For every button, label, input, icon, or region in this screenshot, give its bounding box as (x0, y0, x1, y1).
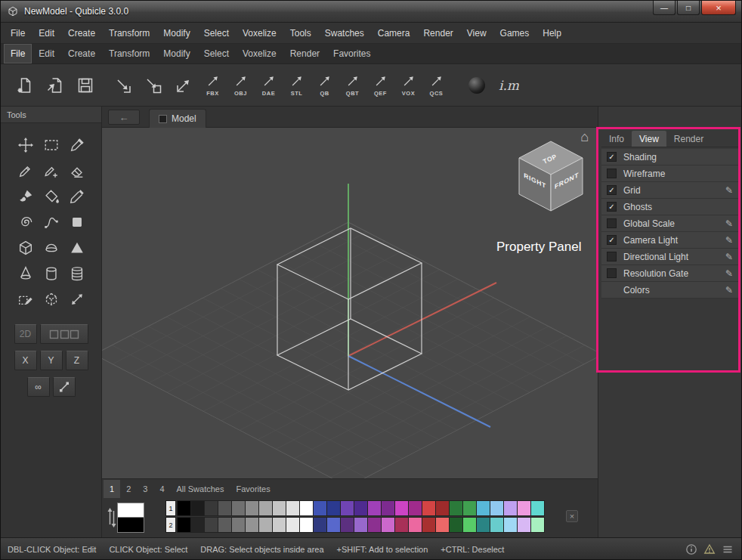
swatch-color[interactable] (231, 500, 246, 516)
curve-tool[interactable] (39, 209, 64, 235)
swatch-color[interactable] (449, 500, 463, 516)
swatch-color[interactable] (177, 517, 191, 533)
swatch-color[interactable] (435, 517, 450, 533)
swatch-color[interactable] (258, 500, 273, 516)
export-stl-button[interactable]: STL (283, 68, 311, 103)
nav-cube[interactable]: TOP RIGHT FRONT (519, 141, 583, 211)
import-button[interactable] (108, 68, 138, 103)
swatch-color[interactable] (204, 500, 218, 516)
swatch-color[interactable] (218, 517, 232, 533)
checkbox-shading[interactable]: ✓ (607, 152, 617, 162)
swatch-color[interactable] (190, 500, 205, 516)
menu-voxelize[interactable]: Voxelize (236, 23, 283, 43)
tab-render[interactable]: Render (666, 131, 711, 147)
swatch-color[interactable] (517, 500, 531, 516)
save-file-button[interactable] (70, 68, 100, 103)
swatch-color[interactable] (381, 500, 395, 516)
swatch-color[interactable] (530, 500, 545, 516)
swatch-color[interactable] (422, 500, 436, 516)
view-boxes-button[interactable] (40, 324, 88, 344)
swatch-color[interactable] (449, 517, 463, 533)
swatch-color[interactable] (530, 517, 545, 533)
primary-color-swatch[interactable] (117, 503, 144, 518)
swatch-color[interactable] (218, 500, 232, 516)
ribbon-tab-voxelize[interactable]: Voxelize (236, 44, 283, 63)
eyedropper-tool[interactable] (64, 132, 90, 158)
warning-icon[interactable] (703, 543, 716, 555)
swatch-color[interactable] (462, 517, 477, 533)
twist-tool[interactable] (13, 209, 39, 235)
ribbon-tab-modify[interactable]: Modify (156, 44, 196, 63)
edit-pencil-icon[interactable]: ✎ (725, 235, 733, 246)
menu-camera[interactable]: Camera (371, 23, 417, 43)
menu-modify[interactable]: Modify (156, 23, 196, 43)
menu-swatches[interactable]: Swatches (318, 23, 371, 43)
checkbox-camera-light[interactable]: ✓ (607, 235, 617, 245)
swatch-tab-4[interactable]: 4 (153, 480, 170, 498)
line-mode-button[interactable] (53, 377, 76, 397)
swatch-color[interactable] (340, 500, 354, 516)
select-rect-tool[interactable] (39, 132, 64, 158)
tab-model[interactable]: Model (149, 109, 206, 128)
menu-file[interactable]: File (4, 23, 32, 43)
titlebar[interactable]: NewModel - Qubicle 3.0.0 — □ × (1, 1, 741, 23)
swatch-color[interactable] (258, 517, 273, 533)
viewport-3d[interactable]: TOP RIGHT FRONT ⌂ Property Panel (102, 128, 598, 478)
eraser-tool[interactable] (64, 158, 90, 184)
axis-x-button[interactable]: X (14, 351, 37, 370)
swatch-color[interactable] (462, 500, 477, 516)
pyramid-tool[interactable] (64, 235, 90, 261)
swatch-color[interactable] (490, 517, 504, 533)
swatch-color[interactable] (503, 500, 518, 516)
sphere-tool[interactable] (39, 235, 64, 261)
edit-pencil-icon[interactable]: ✎ (725, 252, 733, 262)
export-button[interactable] (168, 68, 199, 103)
menu-edit[interactable]: Edit (32, 23, 61, 43)
swatch-color[interactable] (381, 517, 395, 533)
edit-pencil-icon[interactable]: ✎ (725, 285, 733, 295)
swatch-tab-3[interactable]: 3 (137, 480, 153, 498)
ribbon-tab-file[interactable]: File (4, 44, 32, 63)
edit-pencil-icon[interactable]: ✎ (725, 268, 733, 279)
edit-pencil-icon[interactable]: ✎ (725, 218, 733, 229)
checkbox-global-scale[interactable] (607, 218, 617, 228)
swatch-color[interactable] (272, 517, 286, 533)
scale-tool[interactable] (64, 286, 90, 312)
export-fbx-button[interactable]: FBX (199, 68, 227, 103)
swap-colors-icon[interactable] (107, 507, 117, 528)
swatch-color[interactable] (367, 517, 382, 533)
menu-games[interactable]: Games (493, 23, 536, 43)
edit-pencil-icon[interactable]: ✎ (725, 185, 733, 196)
move-tool[interactable] (13, 132, 39, 158)
ribbon-tab-create[interactable]: Create (61, 44, 102, 63)
close-button[interactable]: × (701, 1, 736, 15)
pencil-add-tool[interactable] (39, 158, 64, 184)
checkbox-grid[interactable]: ✓ (607, 185, 617, 195)
swatch-color[interactable] (326, 517, 341, 533)
swatch-color[interactable] (354, 500, 368, 516)
swatch-color[interactable] (313, 500, 327, 516)
swatch-color[interactable] (394, 500, 409, 516)
swatch-color[interactable] (272, 500, 286, 516)
maximize-button[interactable]: □ (677, 1, 700, 15)
export-qcs-button[interactable]: QCS (422, 68, 450, 103)
export-qbt-button[interactable]: QBT (339, 68, 366, 103)
ribbon-tab-favorites[interactable]: Favorites (326, 44, 377, 63)
swatch-color[interactable] (286, 517, 300, 533)
brush-tool[interactable] (13, 184, 39, 209)
axis-z-button[interactable]: Z (66, 351, 88, 370)
swatch-color[interactable] (286, 500, 300, 516)
remove-swatch-button[interactable]: × (566, 510, 578, 522)
menu-grip-icon[interactable] (722, 543, 734, 555)
select-edit-tool[interactable] (13, 286, 39, 312)
swatch-color[interactable] (340, 517, 354, 533)
swatch-color[interactable] (313, 517, 327, 533)
export-qef-button[interactable]: QEF (366, 68, 394, 103)
ribbon-tab-edit[interactable]: Edit (32, 44, 61, 63)
swatch-color[interactable] (190, 517, 205, 533)
checkbox-directional-light[interactable] (607, 252, 617, 261)
swatch-color[interactable] (503, 517, 518, 533)
swatch-color[interactable] (231, 517, 246, 533)
cone-tool[interactable] (13, 261, 39, 286)
info-icon[interactable] (685, 543, 697, 555)
